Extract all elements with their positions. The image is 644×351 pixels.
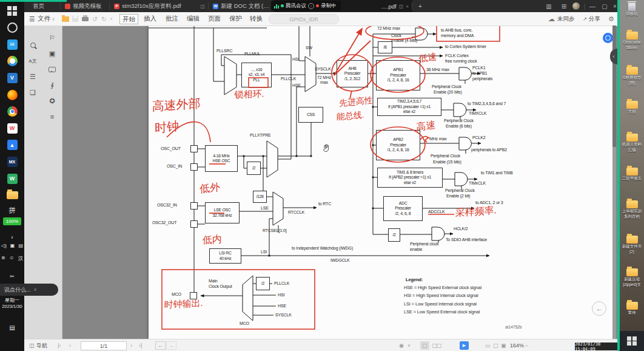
more-chevron-icon[interactable]: ∨ bbox=[110, 12, 113, 26]
tab-close-icon[interactable]: × bbox=[406, 4, 409, 9]
history-forward-button[interactable]: → bbox=[166, 341, 176, 350]
back-to-position-button[interactable]: ← bbox=[592, 301, 606, 316]
desktop-icon-2[interactable]: rc校赛模型(简) bbox=[620, 67, 644, 85]
chat-close-icon[interactable]: × bbox=[34, 287, 37, 293]
tray-icons-row2[interactable]: ≋☺汉 bbox=[1, 255, 23, 262]
fit-width-icon[interactable]: ▭ bbox=[485, 339, 491, 351]
toolbar-tab-页面[interactable]: 页面 bbox=[206, 12, 223, 26]
file-menu[interactable]: 文件 bbox=[38, 12, 50, 26]
single-page-view-icon[interactable]: ▢ bbox=[420, 341, 429, 350]
avatar[interactable] bbox=[571, 0, 582, 12]
desktop-icon-6[interactable]: 上学期实训系列存档 bbox=[620, 200, 644, 219]
read-mode-icon[interactable]: ❏ bbox=[27, 86, 39, 98]
attachment-icon[interactable]: ∮ bbox=[46, 79, 58, 91]
toolbar-tab-开始[interactable]: 开始 bbox=[119, 14, 138, 24]
share-button[interactable]: 分享 bbox=[589, 12, 600, 26]
last-page-button[interactable]: ›| bbox=[139, 339, 142, 351]
wps-assistant-button[interactable] bbox=[603, 33, 613, 43]
desktop-icon-5[interactable]: 二轮平衡车 bbox=[620, 168, 644, 181]
tab-grid-icon[interactable]: ⊞ bbox=[558, 0, 569, 12]
taskbar-wps[interactable]: W bbox=[0, 121, 24, 135]
taskbar-search-ring[interactable] bbox=[0, 21, 24, 35]
page-indicator[interactable]: 1/1 bbox=[81, 341, 127, 350]
search-icon[interactable] bbox=[27, 39, 39, 51]
toolbar-tab-批注[interactable]: 批注 bbox=[163, 12, 181, 26]
desktop-icon-8[interactable]: 新建压缩(zipped)文 bbox=[620, 268, 644, 287]
desktop-icon-7[interactable]: 新建文件夹(2) bbox=[620, 236, 644, 254]
navigation-label[interactable]: 导航 bbox=[36, 339, 47, 351]
toolbar-tab-转换[interactable]: 转换 bbox=[247, 12, 265, 26]
navigation-panel-icon[interactable]: ◫ bbox=[29, 339, 35, 351]
browser-tab-0[interactable]: 首页 bbox=[29, 0, 61, 12]
translate-icon[interactable]: A文 bbox=[27, 55, 39, 67]
fit-page-icon[interactable]: ▢ bbox=[493, 339, 498, 351]
undo-icon[interactable]: ↺ bbox=[92, 12, 98, 26]
save-icon[interactable] bbox=[72, 12, 78, 26]
toolbar-tab-编辑[interactable]: 编辑 bbox=[184, 12, 202, 26]
taskbar-app-blue[interactable]: ▲ bbox=[0, 138, 24, 152]
desktop-icon-3[interactable]: 大创 bbox=[620, 101, 644, 114]
cloud-sync-icon[interactable]: ☁ bbox=[548, 12, 555, 26]
zoom-level[interactable]: 164% bbox=[510, 339, 524, 351]
next-page-button[interactable]: › bbox=[130, 339, 132, 351]
toolbar-tab-保护[interactable]: 保护 bbox=[227, 12, 244, 26]
first-page-button[interactable]: |‹ bbox=[58, 339, 61, 351]
redo-icon[interactable]: ↻ bbox=[101, 12, 107, 26]
float-window-icon[interactable]: ◫ bbox=[399, 4, 404, 9]
hamburger-icon[interactable]: ☰ bbox=[29, 12, 35, 26]
search-input[interactable]: GPIOx_IDR bbox=[269, 14, 339, 24]
prev-page-button[interactable]: ‹ bbox=[69, 339, 71, 351]
zoom-out-button[interactable]: − bbox=[525, 339, 528, 351]
print-icon[interactable] bbox=[82, 12, 89, 26]
battery-indicator[interactable]: 100% bbox=[3, 217, 21, 225]
restore-button[interactable]: ▢ bbox=[599, 0, 610, 12]
reader-mode-icon[interactable]: ▥ bbox=[543, 0, 554, 12]
layers-icon[interactable]: ≡ bbox=[46, 111, 58, 123]
gear-icon[interactable]: ⚙ bbox=[608, 12, 614, 26]
file-menu-chevron-icon[interactable]: ∨ bbox=[52, 12, 55, 26]
browser-tab-1[interactable]: 视频壳模板 bbox=[61, 0, 110, 12]
taskbar-mx[interactable]: MX bbox=[0, 154, 24, 169]
two-page-view-icon[interactable]: ▢▢ bbox=[432, 339, 441, 351]
taskbar-mail[interactable]: ✉ bbox=[0, 37, 24, 52]
notification-center-icon[interactable]: ▤ bbox=[0, 320, 24, 335]
taskbar-browser-360[interactable] bbox=[0, 54, 24, 69]
browser-tab-2[interactable]: Pstm32f10x应用资料.pdf◫ bbox=[110, 0, 209, 12]
scrollbar-thumb[interactable] bbox=[612, 26, 616, 147]
minimize-button[interactable]: — bbox=[587, 0, 598, 12]
open-file-icon[interactable] bbox=[62, 12, 69, 26]
secondary-taskbar[interactable] bbox=[620, 331, 644, 351]
taskbar-app-green[interactable]: W bbox=[0, 171, 24, 186]
browser-tab-3[interactable]: W新建 DOC 文档 (2).doc bbox=[209, 0, 273, 12]
share-icon[interactable]: ↗ bbox=[583, 12, 588, 26]
snapshot-icon[interactable]: ▣ bbox=[46, 47, 58, 60]
desktop-icon-1[interactable]: Omni whe58mm bbox=[620, 32, 644, 50]
desktop-icon-9[interactable]: 宣传 bbox=[620, 302, 644, 315]
taskbar-vscode[interactable]: V bbox=[0, 70, 24, 85]
settings-sliders-icon[interactable]: ☰ bbox=[27, 70, 39, 83]
new-tab-button[interactable]: + bbox=[414, 0, 426, 12]
history-back-button[interactable]: ← bbox=[155, 341, 166, 350]
desktop-icon-4[interactable]: 机器人资料汇编 bbox=[620, 134, 644, 152]
input-method-indicator[interactable]: 拼 bbox=[0, 203, 24, 217]
meeting-recording-overlay[interactable]: 腾讯会议 i 录制中 bbox=[271, 1, 341, 11]
desktop-icon-0[interactable]: 回收站 bbox=[620, 3, 644, 16]
taskbar-start-button[interactable] bbox=[0, 4, 24, 18]
sync-status[interactable]: 未同步 bbox=[557, 12, 575, 26]
play-presentation-button[interactable]: ▶ bbox=[460, 341, 469, 350]
taskbar-firefox[interactable] bbox=[0, 87, 24, 102]
taskbar-explorer[interactable] bbox=[0, 188, 24, 203]
eye-protect-icon[interactable]: ◉ bbox=[399, 339, 404, 351]
comment-bubble-icon[interactable] bbox=[46, 63, 58, 75]
float-window-icon[interactable]: ◫ bbox=[200, 4, 205, 9]
eye-protect-chevron-icon[interactable]: ∨ bbox=[408, 339, 411, 351]
actual-size-icon[interactable]: ▣ bbox=[501, 339, 506, 351]
toolbar-tab-插入[interactable]: 插入 bbox=[141, 12, 159, 26]
bookmark-icon[interactable]: ⚐ bbox=[46, 32, 58, 44]
taskbar-chrome[interactable] bbox=[0, 104, 24, 119]
meeting-chat-input[interactable]: 说点什么... × bbox=[0, 284, 58, 296]
snip-tool-icon[interactable]: ✂ bbox=[0, 269, 24, 284]
tray-expand-chevron-icon[interactable]: › bbox=[0, 230, 24, 244]
tray-icons-row1[interactable]: ◁)▣▤ bbox=[1, 243, 23, 248]
stamp-icon[interactable]: ✪ bbox=[46, 95, 58, 107]
